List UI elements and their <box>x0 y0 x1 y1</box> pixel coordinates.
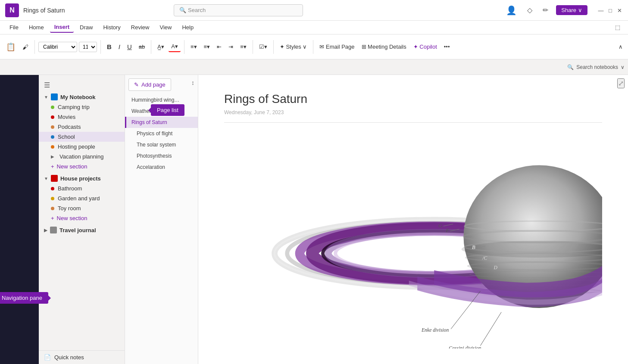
chevron-down-icon: ▼ <box>44 95 48 100</box>
section-label: Hosting people <box>58 143 95 150</box>
notebook-icon-my-notebook <box>51 93 58 100</box>
menu-help[interactable]: Help <box>178 22 198 32</box>
page-item-photosynthesis[interactable]: Photosynthesis <box>125 150 198 162</box>
section-label: Movies <box>58 114 75 120</box>
bullets-button[interactable]: ≡▾ <box>188 42 200 52</box>
notebook-icon-house-projects <box>51 175 58 182</box>
minimize-button[interactable]: — <box>598 7 604 13</box>
search-bar[interactable]: 🔍 Search <box>174 4 303 16</box>
svg-text:B: B <box>472 244 475 250</box>
bold-button[interactable]: B <box>104 41 114 52</box>
notebook-travel-journal: ▶ Travel journal <box>39 225 125 235</box>
notebook-header-house-projects[interactable]: ▼ House projects <box>39 173 125 184</box>
numbering-button[interactable]: ≡▾ <box>201 42 213 52</box>
navigation-pane: Navigation pane <box>0 75 39 364</box>
outdent-button[interactable]: ⇤ <box>214 42 224 52</box>
menu-view[interactable]: View <box>155 22 176 32</box>
diamond-icon-button[interactable]: ◇ <box>525 4 535 16</box>
menu-home[interactable]: Home <box>25 22 48 32</box>
section-label: School <box>58 134 75 140</box>
sidebar-item-vacation-planning[interactable]: ▶ Vacation planning <box>39 152 125 162</box>
section-label: Camping trip <box>58 104 90 110</box>
expand-button[interactable]: ⤢ <box>617 78 625 88</box>
format-painter-button[interactable]: 🖌 <box>20 42 31 52</box>
svg-text:Cassini division: Cassini division <box>449 345 481 348</box>
share-button[interactable]: Share ∨ <box>556 5 587 15</box>
page-list-tooltip: Page list <box>151 104 184 116</box>
sidebar-item-movies[interactable]: Movies <box>39 112 125 122</box>
maximize-button[interactable]: □ <box>607 7 613 13</box>
sidebar-item-bathroom[interactable]: Bathroom <box>39 184 125 193</box>
sidebar-item-podcasts[interactable]: Podcasts <box>39 122 125 132</box>
page-item-physics-of-flight[interactable]: Physics of flight <box>125 128 198 139</box>
notebooks-search-bar: 🔍 Search notebooks ∨ <box>0 59 628 75</box>
notebook-header-travel-journal[interactable]: ▶ Travel journal <box>39 225 125 235</box>
menu-history[interactable]: History <box>99 22 125 32</box>
main-layout: Navigation pane ☰ ▼ My Notebook Camping … <box>0 75 628 364</box>
section-dot <box>51 135 54 139</box>
styles-button[interactable]: ✦ Styles ∨ <box>277 42 310 52</box>
title-bar: N Rings of Saturn 🔍 Search 👤 ◇ ✏ Share ∨… <box>0 0 628 21</box>
new-section-house-projects[interactable]: + New section <box>39 213 125 223</box>
more-options-button[interactable]: ••• <box>441 42 453 52</box>
menu-file[interactable]: File <box>5 22 23 32</box>
copilot-button[interactable]: ✦ Copilot <box>411 42 440 52</box>
user-avatar-button[interactable]: 👤 <box>503 3 519 17</box>
add-page-button[interactable]: ✎ Add page <box>128 78 171 91</box>
page-item-rings-of-saturn[interactable]: Rings of Saturn <box>125 117 198 128</box>
pen-icon-button[interactable]: ✏ <box>540 4 551 16</box>
sidebar-item-garden-and-yard[interactable]: Garden and yard <box>39 193 125 203</box>
menu-draw[interactable]: Draw <box>75 22 97 32</box>
hamburger-button[interactable]: ☰ <box>39 78 125 92</box>
paste-button[interactable]: 📋 <box>3 40 18 53</box>
ribbon-collapse-button[interactable]: ∧ <box>617 42 625 52</box>
email-page-button[interactable]: ✉ Email Page <box>317 42 357 52</box>
page-title: Rings of Saturn <box>224 92 602 106</box>
page-item-solar-system[interactable]: The solar system <box>125 139 198 150</box>
saturn-svg: G F A B /C D Enke division Cassini divis… <box>224 133 602 348</box>
sidebar-item-hosting-people[interactable]: Hosting people <box>39 142 125 152</box>
strikethrough-button[interactable]: ab <box>136 42 147 52</box>
page-item-accelaration[interactable]: Accelaration <box>125 162 198 173</box>
highlight-button[interactable]: A̲▾ <box>155 42 167 52</box>
sidebar-item-school[interactable]: School <box>39 132 125 142</box>
sidebar-item-camping-trip[interactable]: Camping trip <box>39 102 125 112</box>
italic-button[interactable]: I <box>116 41 123 52</box>
section-dot <box>51 115 54 119</box>
section-dot <box>51 197 54 200</box>
close-button[interactable]: ✕ <box>617 7 623 13</box>
menu-insert[interactable]: Insert <box>50 22 74 33</box>
sidebar-item-toy-room[interactable]: Toy room <box>39 203 125 213</box>
section-label: Toy room <box>58 205 81 212</box>
sort-pages-button[interactable]: ↕ <box>191 79 194 86</box>
font-color-button[interactable]: A▾ <box>169 41 181 52</box>
quick-notes-label: Quick notes <box>54 354 84 361</box>
section-dot <box>51 207 54 210</box>
menu-review[interactable]: Review <box>127 22 154 32</box>
menu-bar: File Home Insert Draw History Review Vie… <box>0 21 628 34</box>
alignment-button[interactable]: ≡▾ <box>237 42 249 52</box>
svg-text:/C: /C <box>482 255 487 261</box>
font-size-selector[interactable]: 11 12 14 <box>79 42 97 52</box>
section-label: Garden and yard <box>58 195 100 202</box>
meeting-details-button[interactable]: ⊞ Meeting Details <box>359 42 409 52</box>
notebook-title: My Notebook <box>60 94 96 100</box>
quick-notes-icon: 📄 <box>44 354 51 361</box>
section-dot <box>51 145 54 149</box>
checklist-button[interactable]: ☑▾ <box>256 42 270 52</box>
svg-text:A: A <box>458 235 462 241</box>
notebook-title: Travel journal <box>59 227 96 233</box>
quick-notes[interactable]: 📄 Quick notes <box>39 350 125 364</box>
section-dot <box>51 125 54 129</box>
sidebar: ☰ ▼ My Notebook Camping trip Movies Podc… <box>39 75 125 364</box>
new-section-my-notebook[interactable]: + New section <box>39 162 125 171</box>
title-actions: 👤 ◇ ✏ Share ∨ — □ ✕ <box>503 3 623 17</box>
section-label: Vacation planning <box>59 153 103 160</box>
ribbon-layout-button[interactable]: ⬚ <box>612 22 623 32</box>
search-notebooks-button[interactable]: 🔍 Search notebooks ∨ <box>567 64 625 70</box>
font-selector[interactable]: Calibri Arial Times New Roman <box>38 42 77 52</box>
underline-button[interactable]: U <box>125 41 134 52</box>
indent-button[interactable]: ⇥ <box>226 42 236 52</box>
notebook-icon-travel-journal <box>50 227 57 233</box>
notebook-header-my-notebook[interactable]: ▼ My Notebook <box>39 92 125 102</box>
